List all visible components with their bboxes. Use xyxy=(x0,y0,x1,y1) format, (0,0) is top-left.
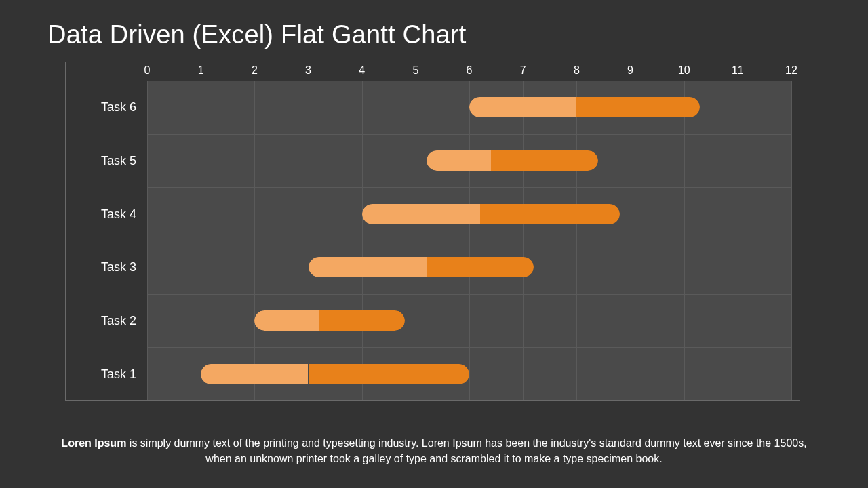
y-tick-label: Task 6 xyxy=(101,100,136,115)
gantt-bar-segment-1 xyxy=(469,97,576,117)
x-axis: 0123456789101112 xyxy=(66,62,800,81)
x-tick-label: 8 xyxy=(574,64,580,77)
gantt-bar-segment-1 xyxy=(254,310,319,331)
y-tick-label: Task 4 xyxy=(101,207,136,221)
gridline-horizontal xyxy=(147,241,791,241)
footer-rest: is simply dummy text of the printing and… xyxy=(126,437,806,464)
gantt-bar xyxy=(201,364,469,384)
gridline-horizontal xyxy=(147,134,791,135)
gantt-bar-segment-2 xyxy=(576,97,700,117)
gantt-bar xyxy=(469,97,700,117)
y-tick-label: Task 2 xyxy=(101,314,136,328)
chart-plot-area: Task 6Task 5Task 4Task 3Task 2Task 1 xyxy=(147,81,791,400)
gantt-bar xyxy=(427,150,598,171)
x-tick-label: 4 xyxy=(359,64,365,77)
x-tick-label: 6 xyxy=(467,64,473,77)
gantt-bar-segment-1 xyxy=(427,150,491,171)
slide: Data Driven (Excel) Flat Gantt Chart 012… xyxy=(0,0,868,488)
footer-separator xyxy=(0,426,868,426)
x-tick-label: 9 xyxy=(627,64,633,77)
x-tick-label: 7 xyxy=(520,64,526,77)
gantt-bar-segment-1 xyxy=(201,364,308,384)
gantt-bar-segment-2 xyxy=(309,364,469,384)
x-tick-label: 5 xyxy=(412,64,418,77)
gridline-vertical xyxy=(791,81,792,400)
y-tick-label: Task 1 xyxy=(101,367,136,381)
x-tick-label: 10 xyxy=(678,64,690,77)
slide-title: Data Driven (Excel) Flat Gantt Chart xyxy=(47,20,821,49)
x-tick-label: 11 xyxy=(732,64,744,77)
x-tick-label: 2 xyxy=(252,64,258,77)
gantt-bar xyxy=(362,204,620,224)
gantt-chart: 0123456789101112 Task 6Task 5Task 4Task … xyxy=(65,62,800,401)
x-tick-label: 3 xyxy=(305,64,311,77)
gridline-horizontal xyxy=(147,347,791,348)
gantt-bar xyxy=(254,310,405,331)
footer-bold: Loren Ipsum xyxy=(61,437,126,449)
gantt-bar-segment-2 xyxy=(480,204,620,224)
gridline-horizontal xyxy=(147,294,791,295)
gridline-horizontal xyxy=(147,187,791,188)
x-tick-label: 1 xyxy=(198,64,204,77)
y-tick-label: Task 3 xyxy=(101,260,136,274)
gantt-bar-segment-2 xyxy=(427,257,534,277)
gantt-bar xyxy=(309,257,534,277)
gantt-bar-segment-2 xyxy=(319,310,405,331)
gantt-bar-segment-1 xyxy=(362,204,480,224)
gantt-bar-segment-2 xyxy=(491,150,598,171)
gantt-bar-segment-1 xyxy=(309,257,427,277)
x-tick-label: 0 xyxy=(144,64,151,77)
footer-text: Loren Ipsum is simply dummy text of the … xyxy=(60,435,808,466)
y-tick-label: Task 5 xyxy=(101,154,136,168)
x-tick-label: 12 xyxy=(785,64,797,77)
